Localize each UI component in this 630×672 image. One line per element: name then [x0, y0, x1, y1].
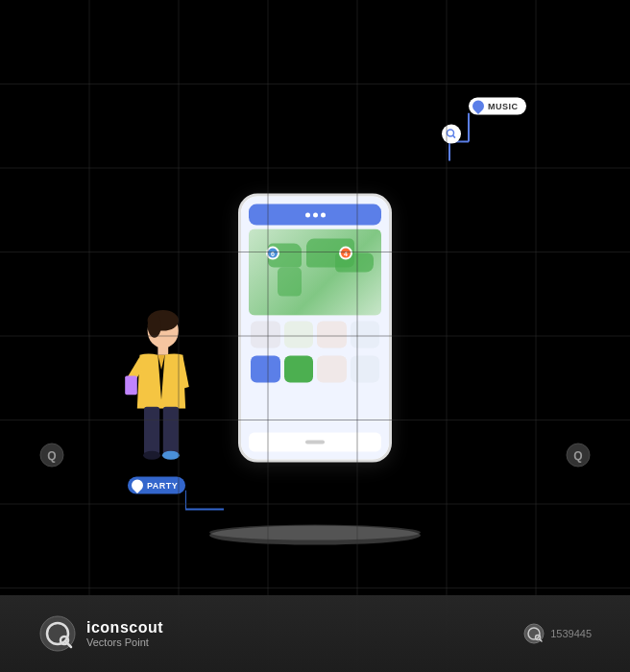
party-tag: PARTY: [128, 477, 185, 494]
map-pin-2: 4: [339, 247, 352, 260]
illustration-container: MUSIC: [181, 127, 449, 530]
svg-point-20: [448, 130, 454, 136]
phone-nav: [249, 433, 381, 452]
music-tag-label: MUSIC: [488, 102, 519, 111]
platform: [205, 521, 425, 554]
app-icon-5: [251, 356, 280, 383]
svg-rect-27: [158, 347, 168, 355]
header-dot-1: [305, 212, 310, 217]
watermark-right: Q: [565, 442, 592, 472]
party-tag-label: PARTY: [147, 481, 178, 491]
app-icon-4: [351, 322, 380, 348]
phone-screen: 6 4: [241, 197, 389, 460]
svg-rect-30: [163, 407, 179, 455]
map-pin-1: 6: [266, 247, 279, 260]
app-icon-1: [251, 322, 280, 348]
bottom-bar: iconscout Vectors Point 1539445: [0, 595, 630, 672]
app-icon-6: [284, 356, 314, 383]
nav-dot: [305, 441, 325, 444]
app-icon-8: [351, 356, 380, 383]
small-brand-logo: [523, 623, 545, 644]
phone-mockup: 6 4: [238, 194, 392, 463]
phone-app-row-2: [249, 354, 381, 385]
search-icon: [446, 129, 457, 140]
app-icon-7: [317, 356, 347, 383]
svg-point-32: [162, 451, 180, 460]
svg-text:Q: Q: [573, 449, 582, 463]
music-tag: MUSIC: [469, 98, 526, 115]
svg-point-34: [209, 525, 421, 540]
phone-header: [249, 204, 381, 226]
music-pin-icon: [471, 98, 487, 114]
brand-text: iconscout Vectors Point: [86, 619, 163, 648]
svg-line-21: [453, 135, 456, 138]
watermark-left: Q: [38, 442, 65, 472]
character: [113, 305, 209, 482]
app-icon-2: [284, 322, 314, 348]
header-dot-3: [321, 212, 326, 217]
id-badge: 1539445: [550, 628, 592, 639]
app-icon-3: [317, 322, 347, 348]
character-svg: [113, 305, 209, 478]
svg-rect-29: [144, 407, 159, 455]
header-dot-2: [313, 212, 318, 217]
pin-1-circle: 6: [266, 247, 279, 260]
phone-map: 6 4: [249, 229, 381, 316]
brand-left: iconscout Vectors Point: [38, 614, 163, 653]
brand-name: iconscout: [86, 619, 163, 636]
svg-point-31: [143, 451, 160, 460]
pin-2-circle: 4: [339, 247, 352, 260]
svg-point-26: [148, 314, 161, 338]
brand-logo: [38, 614, 77, 653]
svg-rect-28: [125, 375, 137, 395]
phone-app-row-1: [249, 320, 381, 350]
brand-subtitle: Vectors Point: [86, 636, 163, 648]
brand-right: 1539445: [523, 623, 592, 644]
party-pin-icon: [130, 477, 146, 493]
svg-text:Q: Q: [47, 449, 56, 463]
